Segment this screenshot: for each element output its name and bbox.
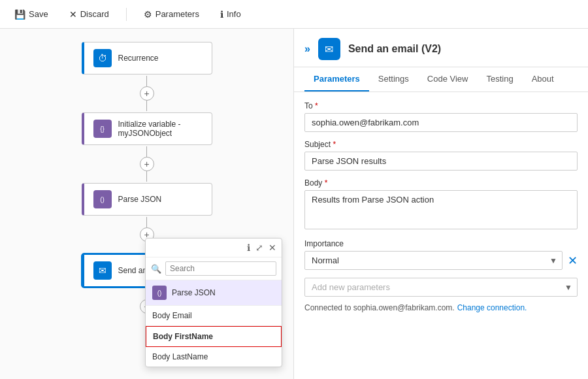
connector-2: + <box>140 146 154 182</box>
send-email-icon: ✉ <box>93 261 112 280</box>
form-group-importance: Importance Normal ▼ ✕ <box>304 239 578 270</box>
toolbar: 💾 Save ✕ Discard ⚙ Parameters ℹ Info <box>0 0 588 29</box>
panel-tabs: Parameters Settings Code View Testing Ab… <box>294 67 588 92</box>
main-layout: ⏱ Recurrence + {} Initialize variable - … <box>0 29 588 379</box>
tab-parameters[interactable]: Parameters <box>304 67 369 91</box>
add-step-1[interactable]: + <box>140 86 154 101</box>
connection-info: Connected to sophia.owen@fabrikam.com. C… <box>304 303 578 312</box>
collapse-button[interactable]: » <box>304 43 310 55</box>
form-group-to: To * <box>304 101 578 132</box>
node-init-var[interactable]: {} Initialize variable - myJSONObject <box>82 112 212 145</box>
node-recurrence[interactable]: ⏱ Recurrence <box>82 42 212 74</box>
toolbar-divider <box>126 8 127 21</box>
flow-canvas: ⏱ Recurrence + {} Initialize variable - … <box>0 29 294 379</box>
init-var-icon: {} <box>93 120 112 138</box>
popup-search-area: 🔍 <box>146 257 282 280</box>
info-label: Info <box>227 9 241 19</box>
form-group-body: Body * Results from Parse JSON action <box>304 178 578 231</box>
connector-1: + <box>140 76 154 111</box>
importance-select-wrap: Normal ▼ <box>304 251 563 270</box>
parse-json-label: Parse JSON <box>118 195 162 204</box>
to-label: To * <box>304 101 578 110</box>
recurrence-icon: ⏱ <box>93 49 112 67</box>
search-input[interactable] <box>165 261 276 276</box>
importance-row: Normal ▼ ✕ <box>304 251 578 270</box>
tab-about[interactable]: About <box>523 67 563 91</box>
connection-text: Connected to sophia.owen@fabrikam.com. <box>304 303 455 312</box>
panel-title: Send an email (V2) <box>348 43 441 55</box>
info-icon: ℹ <box>220 9 223 20</box>
change-connection-link[interactable]: Change connection. <box>457 303 527 312</box>
popup-expand-button[interactable]: ⤢ <box>255 242 263 253</box>
to-input[interactable] <box>304 113 578 132</box>
discard-icon: ✕ <box>69 9 77 20</box>
node-parse-json[interactable]: () Parse JSON <box>82 183 212 216</box>
add-params-group: Add new parameters ▼ <box>304 278 578 297</box>
parameters-label: Parameters <box>155 9 199 19</box>
save-icon: 💾 <box>14 9 25 20</box>
recurrence-label: Recurrence <box>118 54 159 63</box>
discard-button[interactable]: ✕ Discard <box>65 7 113 22</box>
tab-settings[interactable]: Settings <box>369 67 418 91</box>
subject-input[interactable] <box>304 152 578 171</box>
popup-header: ℹ ⤢ ✕ <box>146 239 282 257</box>
panel-form: To * Subject * Body * Results fr <box>294 92 588 379</box>
popup-parse-json-label: Parse JSON <box>172 288 216 297</box>
init-var-label: Initialize variable - myJSONObject <box>118 120 203 138</box>
tab-testing[interactable]: Testing <box>477 67 522 91</box>
panel-app-icon: ✉ <box>318 38 340 60</box>
body-textarea[interactable]: Results from Parse JSON action <box>304 190 578 229</box>
list-item-body-firstname[interactable]: Body FirstName <box>146 326 282 347</box>
form-group-subject: Subject * <box>304 140 578 171</box>
add-step-2[interactable]: + <box>140 157 154 171</box>
parameters-icon: ⚙ <box>144 9 152 20</box>
popup-close-button[interactable]: ✕ <box>269 242 276 253</box>
importance-label: Importance <box>304 239 578 248</box>
save-button[interactable]: 💾 Save <box>10 7 52 22</box>
popup-info-button[interactable]: ℹ <box>247 242 250 253</box>
subject-label: Subject * <box>304 140 578 149</box>
dynamic-content-popup: ℹ ⤢ ✕ 🔍 () Parse JSON Body Email Body Fi… <box>145 238 282 367</box>
list-item-body-lastname[interactable]: Body LastName <box>146 347 282 367</box>
right-panel: » ✉ Send an email (V2) Parameters Settin… <box>294 29 588 379</box>
importance-clear-button[interactable]: ✕ <box>568 254 578 268</box>
info-button[interactable]: ℹ Info <box>216 7 245 22</box>
list-item-body-email[interactable]: Body Email <box>146 306 282 326</box>
body-label: Body * <box>304 178 578 188</box>
tab-code-view[interactable]: Code View <box>418 67 478 91</box>
search-icon: 🔍 <box>151 264 161 274</box>
parameters-button[interactable]: ⚙ Parameters <box>140 7 203 22</box>
save-label: Save <box>29 9 48 19</box>
discard-label: Discard <box>80 9 109 19</box>
popup-parse-json-icon: () <box>152 286 167 300</box>
popup-parse-json-item[interactable]: () Parse JSON <box>146 280 282 306</box>
parse-json-icon: () <box>93 190 112 208</box>
importance-select[interactable]: Normal <box>304 251 563 270</box>
add-params-button[interactable]: Add new parameters <box>304 278 578 297</box>
panel-header: » ✉ Send an email (V2) <box>294 29 588 67</box>
